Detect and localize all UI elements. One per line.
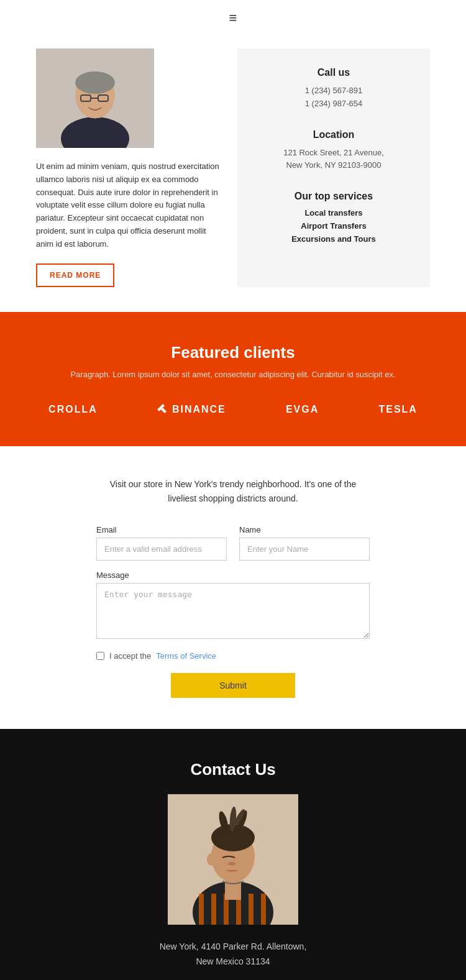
client-crolla: CROLLA: [48, 404, 98, 415]
svg-rect-21: [261, 894, 266, 925]
client-tesla: TESLA: [378, 404, 417, 415]
read-more-button[interactable]: READ MORE: [36, 263, 114, 287]
phone2: 1 (234) 987-654: [256, 98, 411, 111]
email-input[interactable]: [96, 538, 227, 561]
contact-address: New York, 4140 Parker Rd. Allentown, New…: [19, 940, 447, 969]
store-section: Visit our store in New York's trendy nei…: [0, 446, 466, 730]
call-us-section: Call us 1 (234) 567-891 1 (234) 987-654: [256, 67, 411, 111]
body-text: Ut enim ad minim veniam, quis nostrud ex…: [36, 160, 225, 251]
hamburger-icon[interactable]: ≡: [229, 10, 237, 26]
client-evga: EVGA: [286, 404, 319, 415]
store-text: Visit our store in New York's trendy nei…: [103, 477, 363, 507]
location-title: Location: [256, 129, 411, 140]
featured-clients-section: Featured clients Paragraph. Lorem ipsum …: [0, 312, 466, 446]
email-group: Email: [96, 525, 227, 561]
location-address: 121 Rock Sreet, 21 Avenue, New York, NY …: [256, 147, 411, 173]
svg-rect-16: [199, 894, 204, 925]
contact-section: Contact Us: [0, 729, 466, 980]
phone1: 1 (234) 567-891: [256, 85, 411, 98]
svg-point-29: [228, 862, 235, 866]
right-column: Call us 1 (234) 567-891 1 (234) 987-654 …: [237, 48, 430, 287]
call-us-title: Call us: [256, 67, 411, 78]
svg-point-30: [207, 853, 216, 866]
terms-link[interactable]: Terms of Service: [156, 651, 216, 661]
featured-subtitle: Paragraph. Lorem ipsum dolor sit amet, c…: [19, 370, 447, 379]
message-textarea[interactable]: [96, 583, 370, 639]
terms-checkbox[interactable]: [96, 652, 104, 660]
clients-logos: CROLLA BINANCE EVGA TESLA: [19, 404, 447, 415]
message-group: Message: [96, 570, 370, 641]
message-label: Message: [96, 570, 370, 580]
services-list: Local transfers Airport Transfers Excurs…: [256, 208, 411, 244]
service-item-1: Local transfers: [256, 208, 411, 218]
services-title: Our top services: [256, 191, 411, 202]
name-group: Name: [239, 525, 370, 561]
contact-title: Contact Us: [19, 760, 447, 779]
service-item-3: Excursions and Tours: [256, 234, 411, 244]
service-item-2: Airport Transfers: [256, 221, 411, 231]
navigation: ≡: [0, 0, 466, 36]
left-column: Ut enim ad minim veniam, quis nostrud ex…: [36, 48, 225, 287]
terms-row: I accept the Terms of Service: [96, 651, 370, 661]
client-binance: BINANCE: [157, 404, 226, 415]
name-input[interactable]: [239, 538, 370, 561]
person-photo: [36, 48, 154, 148]
svg-rect-17: [211, 894, 216, 925]
contact-photo: [168, 794, 298, 925]
services-section: Our top services Local transfers Airport…: [256, 191, 411, 244]
main-content: Ut enim ad minim veniam, quis nostrud ex…: [0, 36, 466, 312]
form-row-1: Email Name: [96, 525, 370, 561]
location-section: Location 121 Rock Sreet, 21 Avenue, New …: [256, 129, 411, 173]
email-label: Email: [96, 525, 227, 534]
svg-rect-20: [249, 894, 254, 925]
name-label: Name: [239, 525, 370, 534]
submit-button[interactable]: Submit: [171, 673, 295, 698]
terms-text: I accept the: [109, 651, 151, 661]
binance-icon: [157, 404, 168, 415]
svg-point-3: [75, 71, 115, 94]
featured-title: Featured clients: [19, 343, 447, 362]
